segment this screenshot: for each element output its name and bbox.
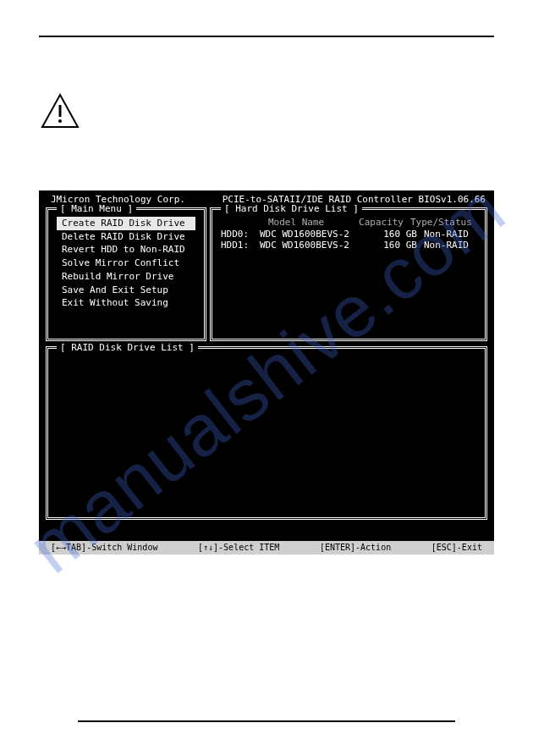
main-menu-panel: [ Main Menu ] Create RAID Disk Drive Del… bbox=[46, 207, 206, 341]
status-exit: [ESC]-Exit bbox=[431, 543, 482, 554]
col-type: Type/Status bbox=[404, 217, 476, 229]
hdd-columns: Model Name Capacity Type/Status bbox=[221, 217, 476, 229]
main-menu-title: [ Main Menu ] bbox=[57, 203, 136, 215]
bios-window: JMicron Technology Corp. PCIE-to-SATAII/… bbox=[39, 190, 494, 555]
status-action: [ENTER]-Action bbox=[320, 543, 391, 554]
menu-item-delete-raid[interactable]: Delete RAID Disk Drive bbox=[57, 230, 195, 244]
hdd0-model: WDC WD1600BEVS-2 bbox=[260, 229, 370, 240]
menu-item-exit-no-save[interactable]: Exit Without Saving bbox=[57, 296, 195, 310]
status-switch: [←→TAB]-Switch Window bbox=[51, 543, 157, 554]
hdd-list-title: [ Hard Disk Drive List ] bbox=[221, 203, 362, 215]
hdd1-model: WDC WD1600BEVS-2 bbox=[260, 240, 370, 251]
menu-item-create-raid[interactable]: Create RAID Disk Drive bbox=[57, 217, 195, 230]
raid-list-panel: [ RAID Disk Drive List ] bbox=[46, 346, 487, 520]
hdd1-id: HDD1: bbox=[221, 240, 260, 251]
hdd1-capacity: 160 GB bbox=[370, 240, 417, 251]
menu-item-rebuild-mirror[interactable]: Rebuild Mirror Drive bbox=[57, 270, 195, 284]
hdd0-type: Non-RAID bbox=[417, 229, 476, 240]
hdd1-type: Non-RAID bbox=[417, 240, 476, 251]
hdd-row-0[interactable]: HDD0: WDC WD1600BEVS-2 160 GB Non-RAID bbox=[221, 229, 476, 240]
hdd0-id: HDD0: bbox=[221, 229, 260, 240]
menu-item-revert-hdd[interactable]: Revert HDD to Non-RAID bbox=[57, 243, 195, 257]
bottom-rule bbox=[78, 720, 455, 722]
status-select: [↑↓]-Select ITEM bbox=[198, 543, 279, 554]
top-rule bbox=[39, 36, 494, 37]
hdd-list-panel: [ Hard Disk Drive List ] Model Name Capa… bbox=[210, 207, 487, 341]
raid-list-title: [ RAID Disk Drive List ] bbox=[57, 342, 198, 354]
status-bar: [←→TAB]-Switch Window [↑↓]-Select ITEM [… bbox=[39, 541, 494, 555]
menu-item-solve-mirror[interactable]: Solve Mirror Conflict bbox=[57, 257, 195, 270]
hdd-row-1[interactable]: HDD1: WDC WD1600BEVS-2 160 GB Non-RAID bbox=[221, 240, 476, 251]
hdd0-capacity: 160 GB bbox=[370, 229, 417, 240]
col-model: Model Name bbox=[221, 217, 356, 229]
warning-icon bbox=[41, 91, 80, 130]
menu-item-save-exit[interactable]: Save And Exit Setup bbox=[57, 284, 195, 297]
svg-point-2 bbox=[58, 119, 62, 123]
col-capacity: Capacity bbox=[356, 217, 404, 229]
